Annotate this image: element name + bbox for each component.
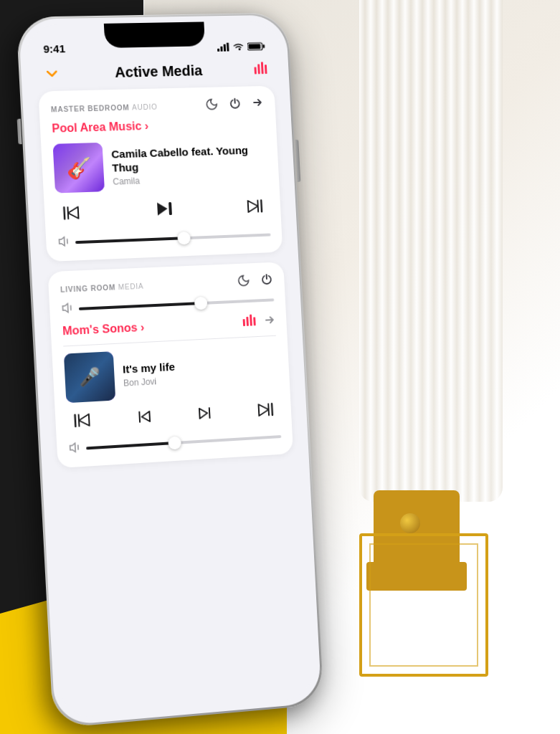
status-icons [217,42,265,52]
player-controls-1 [56,196,270,227]
svg-rect-6 [263,44,265,48]
svg-rect-2 [224,44,226,52]
power-icon-1[interactable] [228,97,242,113]
volume-row-1 [57,228,271,250]
volume-slider-2[interactable] [86,435,281,449]
skip-forward-button-2[interactable] [255,401,275,422]
signal-icon [217,43,229,52]
curtain-decoration [359,0,503,502]
living-room-card: LIVING ROOM MEDIA [48,262,294,468]
player-controls-2 [67,401,280,434]
card-header-1: MASTER BEDROOM AUDIO [50,96,264,118]
volume-off-icon-1 [57,235,70,249]
svg-rect-7 [254,67,256,74]
status-time: 9:41 [43,42,65,55]
volume-off-icon-2 [68,442,80,456]
album-art-2 [64,351,115,403]
app-title: Active Media [62,61,254,82]
skip-back-button-1[interactable] [62,204,82,225]
svg-rect-11 [169,202,172,215]
phone: 9:41 [16,13,323,729]
phone-screen: 9:41 [24,21,315,720]
card-top-controls-2 [237,272,273,290]
chair-ball [400,513,420,533]
svg-rect-9 [261,62,264,74]
zone-label-1: MASTER BEDROOM AUDIO [51,103,158,114]
power-icon-2[interactable] [260,272,274,290]
card-top-controls-1 [206,96,265,114]
moon-icon-1[interactable] [206,97,219,113]
volume-row-2 [68,429,281,456]
svg-rect-16 [250,315,252,326]
track-title-2: It's my life [123,360,176,376]
now-playing-1: Camila Cabello feat. Young Thug Camila [53,138,268,193]
track-title-1: Camila Cabello feat. Young Thug [111,143,267,176]
source-row-2: Mom's Sonos › [62,313,276,338]
skip-forward-button-1[interactable] [245,198,265,219]
play-pause-button-1[interactable] [153,199,176,224]
skip-back-button-2[interactable] [72,411,92,433]
volume-slider-1[interactable] [75,233,271,244]
equalizer-icon[interactable] [253,59,270,78]
svg-rect-14 [243,319,245,326]
chevron-down-button[interactable] [41,63,62,84]
next-button-2[interactable] [196,406,213,425]
chair-decoration [359,490,488,677]
svg-rect-17 [253,317,256,325]
source-link-2[interactable]: Mom's Sonos › [62,320,145,338]
screen-content: Active Media [27,54,316,720]
eq-icon-2[interactable] [242,314,257,330]
notch [104,22,205,48]
svg-rect-1 [220,47,222,52]
wifi-icon [232,42,244,51]
chair-frame [359,533,488,677]
now-playing-2: It's my life Bon Jovi [64,343,279,404]
svg-rect-3 [227,43,229,52]
track-info-2: It's my life Bon Jovi [123,360,176,388]
source-link-1[interactable]: Pool Area Music › [52,116,265,135]
svg-rect-15 [246,317,249,326]
phone-outer: 9:41 [16,13,323,729]
svg-rect-0 [217,49,219,52]
svg-rect-8 [257,64,260,74]
volume-top-slider-2[interactable] [79,298,274,310]
zone-label-2: LIVING ROOM MEDIA [60,282,144,294]
arrow-right-icon-1[interactable] [251,96,265,113]
album-art-1 [53,143,105,194]
battery-icon [247,42,265,51]
volume-off-icon-top-2 [61,302,73,316]
master-bedroom-card: MASTER BEDROOM AUDIO [38,86,283,262]
track-album-2: Bon Jovi [123,376,176,389]
track-info-1: Camila Cabello feat. Young Thug Camila [111,143,268,187]
arrow-right-icon-2[interactable] [264,314,276,329]
album-art-camila [53,143,105,194]
album-art-bonjovi [64,351,115,403]
svg-rect-10 [265,65,267,74]
phone-inner: 9:41 [19,15,322,726]
prev-button-2[interactable] [136,409,153,429]
moon-icon-2[interactable] [237,273,251,290]
svg-rect-5 [248,44,260,49]
